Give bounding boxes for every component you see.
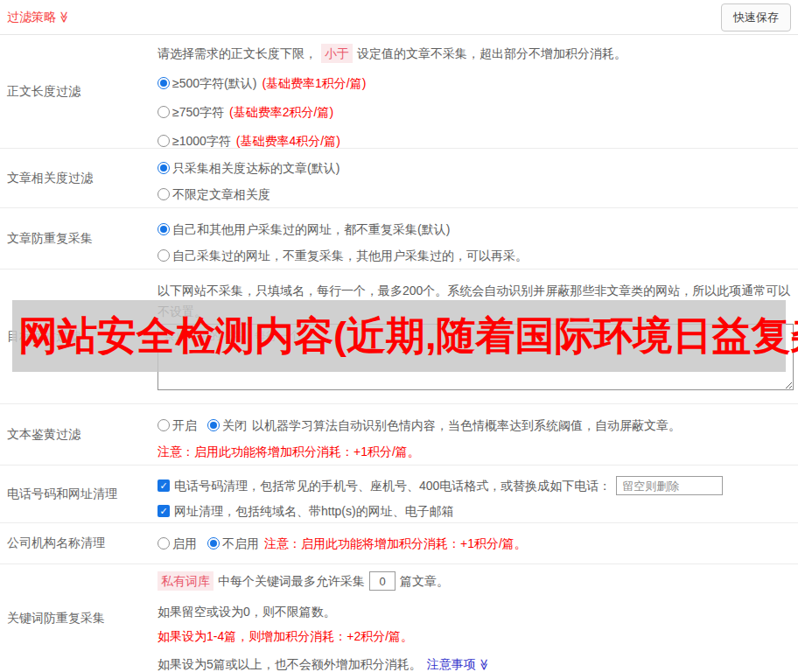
section-keyword-dedupe: 关键词防重复采集 私有词库 中每个关键词最多允许采集 篇文章。 如果留空或设为0… <box>0 564 798 672</box>
fee-note: (基础费率2积分/篇) <box>229 103 333 121</box>
double-down-chevron-icon: ≫ <box>59 11 70 24</box>
top-bar: 过滤策略 ≫ 快速保存 <box>0 0 798 35</box>
quick-save-button[interactable]: 快速保存 <box>721 4 791 32</box>
phone-clean-label: 电话号码清理，包括常见的手机号、座机号、400电话格式，或替换成如下电话： <box>174 477 611 494</box>
company-disable-label[interactable]: 不启用 <box>222 535 259 552</box>
private-lexicon-highlight: 私有词库 <box>158 571 214 591</box>
keyword-dedupe-line4: 如果设为5篇或以上，也不会额外增加积分消耗。 <box>158 655 422 672</box>
section-label: 文章相关度过滤 <box>0 149 158 207</box>
notice-link[interactable]: 注意事项 ≫ <box>427 655 491 672</box>
section-dedupe: 文章防重复采集 自己和其他用户采集过的网址，都不重复采集(默认) 自己采集过的网… <box>0 208 798 270</box>
radio-icon[interactable] <box>158 162 170 174</box>
section-label: 文章防重复采集 <box>0 208 158 269</box>
radio-option-500[interactable]: ≥500字符(默认) (基础费率1积分/篇) <box>158 74 791 92</box>
radio-option-1000[interactable]: ≥1000字符 (基础费率4积分/篇) <box>158 132 791 150</box>
porn-disable-label[interactable]: 关闭 <box>222 416 247 434</box>
section-target-site: 目标网站过滤 以下网站不采集，只填域名，每行一个，最多200个。系统会自动识别并… <box>0 270 798 404</box>
section-relevance: 文章相关度过滤 只采集相关度达标的文章(默认) 不限定文章相关度 <box>0 149 798 208</box>
section-label: 目标网站过滤 <box>0 270 158 403</box>
page-title-text: 过滤策略 <box>7 10 56 25</box>
page-title[interactable]: 过滤策略 ≫ <box>7 10 71 25</box>
radio-icon[interactable] <box>158 135 170 147</box>
section-porn-filter: 文本鉴黄过滤 开启 关闭 以机器学习算法自动识别色情内容，当色情概率达到系统阈值… <box>0 404 798 466</box>
radio-icon[interactable] <box>158 249 170 262</box>
url-clean-label: 网址清理，包括纯域名、带http(s)的网址、电子邮箱 <box>174 502 454 520</box>
porn-filter-note: 注意：启用此功能将增加积分消耗：+1积分/篇。 <box>158 443 791 460</box>
section-label: 电话号码和网址清理 <box>0 466 158 522</box>
target-site-intro: 以下网站不采集，只填域名，每行一个，最多200个。系统会自动识别并屏蔽那些非文章… <box>158 280 794 322</box>
porn-enable-label[interactable]: 开启 <box>172 416 197 434</box>
section-label: 公司机构名称清理 <box>0 523 158 564</box>
fee-note: (基础费率1积分/篇) <box>262 74 366 92</box>
section-label: 关键词防重复采集 <box>0 564 158 672</box>
checkbox-icon-phone-clean[interactable] <box>158 480 170 492</box>
section-label: 文本鉴黄过滤 <box>0 404 158 465</box>
radio-icon[interactable] <box>158 188 170 200</box>
radio-option-relevance-any[interactable]: 不限定文章相关度 <box>158 186 791 203</box>
max-articles-input[interactable] <box>369 571 396 591</box>
porn-filter-desc: 以机器学习算法自动识别色情内容，当色情概率达到系统阈值，自动屏蔽文章。 <box>252 416 681 434</box>
blocked-domains-textarea[interactable] <box>158 324 794 390</box>
radio-icon-enable[interactable] <box>158 537 170 550</box>
section-company-clean: 公司机构名称清理 启用 不启用 注意：启用此功能将增加积分消耗：+1积分/篇。 <box>0 523 798 564</box>
radio-icon[interactable] <box>158 223 170 235</box>
less-than-highlight: 小于 <box>321 44 353 63</box>
radio-option-relevance-strict[interactable]: 只采集相关度达标的文章(默认) <box>158 159 791 177</box>
double-down-chevron-icon: ≫ <box>479 658 490 670</box>
radio-icon[interactable] <box>158 77 170 89</box>
company-clean-note: 注意：启用此功能将增加积分消耗：+1积分/篇。 <box>264 535 527 552</box>
fee-note: (基础费率4积分/篇) <box>236 132 340 150</box>
radio-icon[interactable] <box>158 106 170 118</box>
section-phone-url-clean: 电话号码和网址清理 电话号码清理，包括常见的手机号、座机号、400电话格式，或替… <box>0 466 798 523</box>
company-enable-label[interactable]: 启用 <box>172 535 197 552</box>
radio-option-dedupe-all[interactable]: 自己和其他用户采集过的网址，都不重复采集(默认) <box>158 220 791 238</box>
checkbox-icon-url-clean[interactable] <box>158 505 170 517</box>
radio-option-dedupe-self[interactable]: 自己采集过的网址，不重复采集，其他用户采集过的，可以再采。 <box>158 247 791 264</box>
radio-option-750[interactable]: ≥750字符 (基础费率2积分/篇) <box>158 103 791 121</box>
radio-icon-enable[interactable] <box>158 419 170 431</box>
section-label: 正文长度过滤 <box>0 35 158 148</box>
section-body-length: 正文长度过滤 请选择需求的正文长度下限， 小于 设定值的文章不采集，超出部分不增… <box>0 35 798 149</box>
replacement-phone-input[interactable] <box>616 476 723 495</box>
body-length-intro: 请选择需求的正文长度下限， 小于 设定值的文章不采集，超出部分不增加积分消耗。 <box>158 44 791 63</box>
radio-icon-disable[interactable] <box>207 537 220 550</box>
keyword-dedupe-line3: 如果设为1-4篇，则增加积分消耗：+2积分/篇。 <box>158 627 791 645</box>
keyword-dedupe-line2: 如果留空或设为0，则不限篇数。 <box>158 603 791 620</box>
radio-icon-disable[interactable] <box>207 419 220 431</box>
